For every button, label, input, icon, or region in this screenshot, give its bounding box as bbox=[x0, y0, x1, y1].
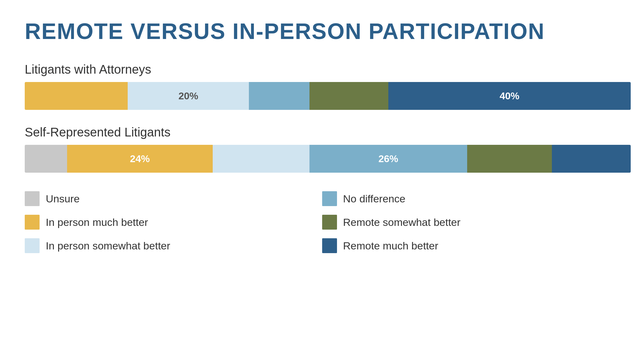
legend-item-0: No difference bbox=[322, 191, 620, 206]
chart1-label: Litigants with Attorneys bbox=[25, 63, 619, 76]
page-title: REMOTE VERSUS IN-PERSON PARTICIPATION bbox=[25, 19, 619, 44]
bar-segment-3: 26% bbox=[309, 145, 467, 173]
legend-swatch-0 bbox=[322, 191, 337, 206]
bar-segment-2 bbox=[249, 82, 309, 110]
legend-text-0: Unsure bbox=[46, 193, 80, 205]
bar-segment-1: 24% bbox=[67, 145, 212, 173]
bar-segment-2 bbox=[213, 145, 310, 173]
chart2-bar: 24%26% bbox=[25, 145, 631, 173]
legend-item-2: In person somewhat better bbox=[25, 238, 322, 253]
bar-segment-0 bbox=[25, 145, 67, 173]
legend-swatch-1 bbox=[322, 215, 337, 230]
legend-text-0: No difference bbox=[343, 193, 406, 205]
chart1-section: Litigants with Attorneys 20%40% bbox=[25, 63, 619, 110]
chart2-label: Self-Represented Litigants bbox=[25, 125, 619, 139]
legend-text-1: In person much better bbox=[46, 216, 148, 228]
bar-segment-4: 40% bbox=[388, 82, 631, 110]
chart2-section: Self-Represented Litigants 24%26% bbox=[25, 125, 619, 173]
legend-text-2: Remote much better bbox=[343, 240, 438, 252]
chart1-bar: 20%40% bbox=[25, 82, 631, 110]
legend-item-0: Unsure bbox=[25, 191, 322, 206]
legend-text-1: Remote somewhat better bbox=[343, 216, 461, 228]
legend-swatch-1 bbox=[25, 215, 40, 230]
legend: UnsureIn person much betterIn person som… bbox=[25, 191, 619, 253]
bar-segment-5 bbox=[552, 145, 631, 173]
legend-item-1: In person much better bbox=[25, 215, 322, 230]
legend-swatch-2 bbox=[322, 238, 337, 253]
legend-col-right: No differenceRemote somewhat betterRemot… bbox=[322, 191, 620, 253]
bar-segment-3 bbox=[309, 82, 388, 110]
bar-segment-1: 20% bbox=[128, 82, 249, 110]
bar-segment-4 bbox=[467, 145, 552, 173]
legend-item-2: Remote much better bbox=[322, 238, 620, 253]
legend-item-1: Remote somewhat better bbox=[322, 215, 620, 230]
legend-swatch-0 bbox=[25, 191, 40, 206]
legend-col-left: UnsureIn person much betterIn person som… bbox=[25, 191, 322, 253]
legend-text-2: In person somewhat better bbox=[46, 240, 170, 252]
bar-segment-0 bbox=[25, 82, 128, 110]
page-container: REMOTE VERSUS IN-PERSON PARTICIPATION Li… bbox=[0, 0, 644, 272]
legend-swatch-2 bbox=[25, 238, 40, 253]
